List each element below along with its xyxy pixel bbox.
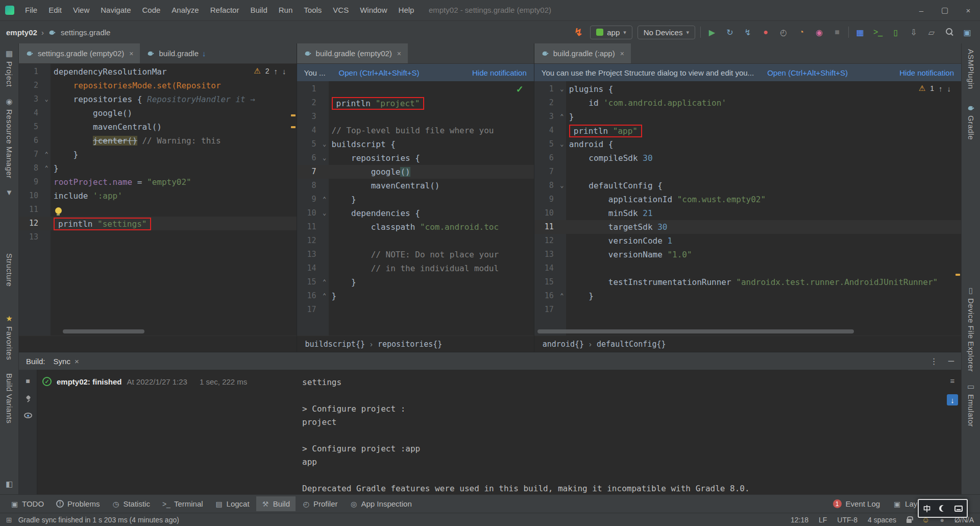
prev-warning-icon[interactable]: ↑ [939,84,943,93]
fold-marker[interactable]: ⌃ [321,275,329,289]
code-line[interactable]: 10⌄ dependencies { [297,206,534,220]
breadcrumb-file[interactable]: settings.gradle [61,28,111,37]
tool-gradle[interactable]: Gradle [967,115,975,140]
build-tab-sync[interactable]: Sync × [54,357,79,366]
code-line[interactable]: 4println "app" [534,124,961,137]
logcat-icon[interactable]: >_ [871,26,885,39]
code-line[interactable]: 11 classpath "com.android.toc [297,220,534,234]
move-tab-down-icon[interactable]: ↓ [202,49,206,58]
code-line[interactable]: 12 [297,234,534,248]
prev-warning-icon[interactable]: ↑ [274,67,278,76]
soft-wrap-icon[interactable]: ≡ [947,375,958,386]
more-options-icon[interactable]: ⋮ [930,356,938,366]
fold-marker[interactable]: ⌃ [558,110,566,124]
tool-favorites[interactable]: Favorites [5,326,14,360]
code-line[interactable]: 6 compileSdk 30 [534,151,961,165]
tool-window-layout-icon[interactable]: ◧ [6,480,13,489]
fold-marker[interactable]: ⌃ [558,289,566,303]
lock-icon[interactable] [906,519,912,523]
code-line[interactable]: 11 targetSdk 30 [534,220,961,234]
code-line[interactable]: 7 [534,165,961,179]
ime-fullwidth-icon[interactable] [939,505,946,512]
code-line[interactable]: 10 minSdk 21 [534,206,961,220]
favorites-icon[interactable]: ★ [6,314,12,323]
sdk-manager-icon[interactable]: ⇩ [907,26,920,39]
stop-icon[interactable]: ■ [26,377,30,385]
inspection-widget[interactable]: ⚠2↑↓ [254,66,286,76]
menu-window[interactable]: Window [354,0,393,20]
event-log-button[interactable]: 1 Event Log [833,499,880,508]
profiler-icon[interactable]: ◔ [795,26,808,39]
apply-changes-icon[interactable]: ↻ [723,26,737,39]
code-line[interactable]: 7⌃ } [19,148,297,161]
tool-button-profiler[interactable]: ◴Profiler [297,496,344,511]
gradle-sync-icon[interactable]: ↯ [572,26,585,39]
close-button[interactable]: × [957,0,980,20]
code-line[interactable]: 5⌄buildscript { [297,137,534,151]
run-button[interactable]: ▶ [705,26,719,39]
tool-button-app-inspection[interactable]: ◎App Inspection [345,496,418,511]
stop-icon[interactable]: ■ [830,26,844,39]
code-line[interactable]: 6 jcenter() // Warning: this [19,134,297,148]
code-line[interactable]: 6⌄ repositories { [297,151,534,165]
menu-help[interactable]: Help [393,0,420,20]
horizontal-scrollbar[interactable] [537,329,854,333]
breadcrumb-item[interactable]: repositories{} [378,340,442,349]
menu-vcs[interactable]: VCS [327,0,354,20]
tool-button-statistic[interactable]: ◷Statistic [106,496,156,511]
code-line[interactable]: 3⌃} [534,110,961,124]
code-line[interactable]: 16⌃} [297,289,534,303]
fold-marker[interactable]: ⌄ [321,151,329,165]
tool-resource-manager[interactable]: Resource Manager [5,109,14,179]
inspection-widget[interactable]: ✓ [516,84,524,95]
close-tab-icon[interactable]: × [129,50,133,58]
code-line[interactable]: 2 repositoriesMode.set(Repositor [19,79,297,92]
scroll-to-end-icon[interactable]: ↓ [947,394,958,405]
line-separator-indicator[interactable]: LF [819,516,827,524]
menu-refactor[interactable]: Refactor [205,0,245,20]
tool-button-build[interactable]: ⚒Build [256,496,296,511]
minimize-button[interactable]: – [910,0,933,20]
tab-build-gradle-empty02-[interactable]: build.gradle (empty02)× [297,43,408,63]
tab-build-gradle[interactable]: build.gradle↓ [140,43,212,63]
code-line[interactable]: 12 versionCode 1 [534,234,961,248]
profile-app-icon[interactable]: ◉ [813,26,826,39]
fold-marker[interactable]: ⌃ [321,289,329,303]
code-line[interactable]: 8⌃} [19,161,297,175]
layout-validation-icon[interactable]: ▦ [853,26,867,39]
fold-marker[interactable]: ⌄ [558,179,566,193]
ime-toolbar[interactable] [918,499,968,518]
next-warning-icon[interactable]: ↓ [947,84,951,93]
ime-chinese-mode-icon[interactable] [923,505,931,513]
eye-icon[interactable] [24,413,32,418]
tool-window-switcher-icon[interactable]: ⊞ [6,516,12,524]
menu-tools[interactable]: Tools [298,0,327,20]
tool-build-variants[interactable]: Build Variants [5,373,14,423]
fold-marker[interactable]: ⌃ [321,193,329,206]
tool-button-problems[interactable]: !Problems [51,496,105,511]
menu-edit[interactable]: Edit [43,0,67,20]
hide-notification-link[interactable]: Hide notification [472,68,527,77]
code-line[interactable]: 7 google() [297,165,534,179]
code-line[interactable]: 5⌄android { [534,137,961,151]
code-line[interactable]: 15⌃ } [297,275,534,289]
close-tab-icon[interactable]: × [620,50,624,58]
code-line[interactable]: 4// Top-level build file where you [297,124,534,137]
code-line[interactable]: 8⌄ defaultConfig { [534,179,961,193]
menu-code[interactable]: Code [136,0,166,20]
apply-code-changes-icon[interactable]: ↯ [741,26,754,39]
breadcrumb-item[interactable]: buildscript{} [305,340,365,349]
menu-navigate[interactable]: Navigate [95,0,136,20]
code-line[interactable]: 14 [534,261,961,275]
code-line[interactable]: 10include ':app' [19,189,297,203]
code-line[interactable]: 13 [19,230,297,244]
resource-manager-icon[interactable]: ◉ [6,97,12,106]
code-line[interactable]: 9rootProject.name = "empty02" [19,175,297,189]
run-config-dropdown[interactable]: app ▾ [590,26,632,39]
menu-view[interactable]: View [67,0,95,20]
hide-notification-link[interactable]: Hide notification [899,68,954,77]
tool-asmplugin[interactable]: ASMPlugin [967,49,975,89]
menu-analyze[interactable]: Analyze [166,0,204,20]
search-everywhere-icon[interactable] [943,26,956,39]
next-warning-icon[interactable]: ↓ [282,67,286,76]
